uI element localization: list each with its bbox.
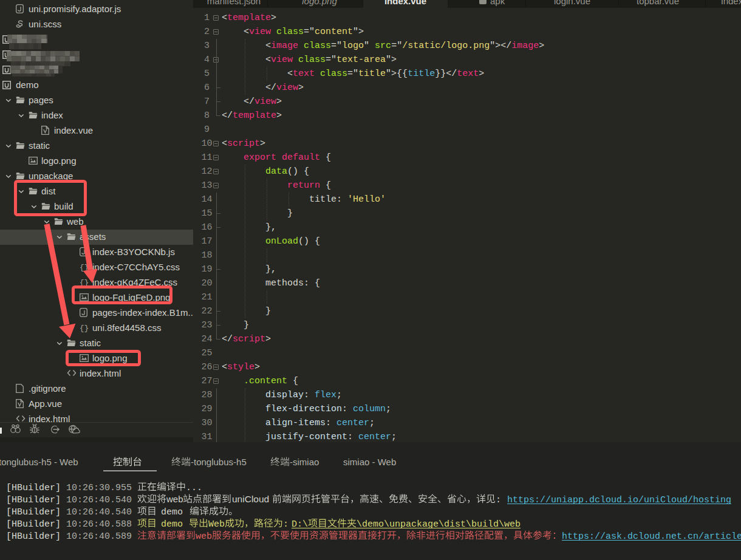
svg-text:[HBuilder]: [HBuilder]: [6, 483, 61, 493]
svg-text:demo: demo: [161, 519, 183, 530]
svg-text:-tonglubus-h5: -tonglubus-h5: [191, 457, 247, 467]
svg-text:uniCloud: uniCloud: [232, 494, 269, 504]
svg-text:demo: demo: [161, 507, 183, 517]
svg-text:10:26:40.589: 10:26:40.589: [66, 531, 132, 542]
svg-text:simiao - Web: simiao - Web: [343, 457, 396, 467]
svg-text:web: web: [166, 494, 183, 504]
svg-text:-simiao: -simiao: [290, 457, 319, 467]
svg-text::: :: [283, 519, 289, 530]
svg-text:[HBuilder]: [HBuilder]: [6, 519, 61, 530]
svg-text:...: ...: [186, 483, 202, 493]
svg-text:10:26:40.588: 10:26:40.588: [66, 519, 132, 530]
svg-text:tonglubus-h5 - Web: tonglubus-h5 - Web: [0, 457, 78, 467]
svg-text:[HBuilder]: [HBuilder]: [6, 507, 61, 517]
svg-text::: :: [496, 495, 501, 505]
svg-text:web: web: [196, 531, 212, 542]
svg-text:Web: Web: [208, 519, 225, 530]
svg-text:10:26:40.540: 10:26:40.540: [66, 495, 132, 505]
svg-text:[HBuilder]: [HBuilder]: [6, 495, 61, 505]
svg-text:10:26:30.955: 10:26:30.955: [66, 483, 132, 493]
svg-text:10:26:40.540: 10:26:40.540: [66, 507, 132, 517]
svg-text:[HBuilder]: [HBuilder]: [6, 531, 61, 542]
